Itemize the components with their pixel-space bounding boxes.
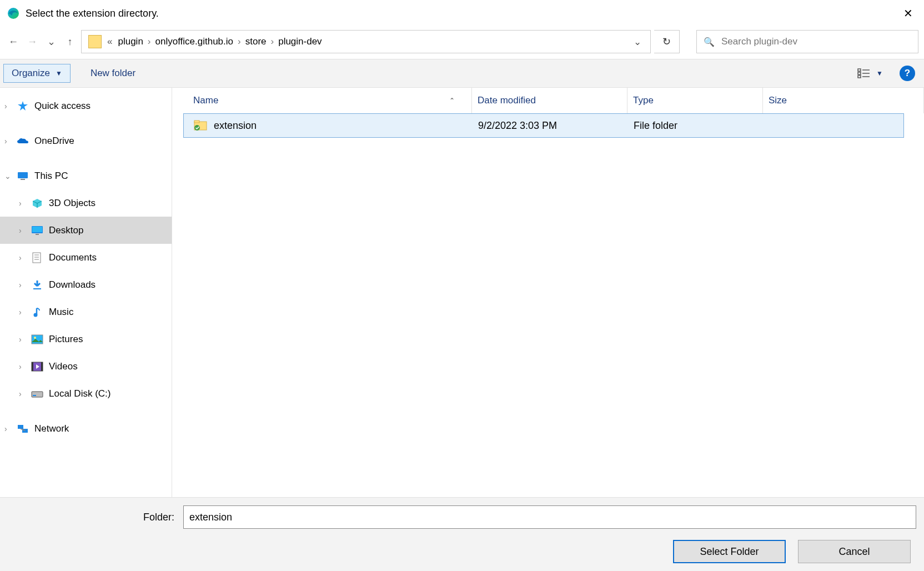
expand-icon[interactable]: › — [4, 102, 14, 111]
search-input[interactable] — [721, 36, 911, 47]
select-folder-button[interactable]: Select Folder — [673, 540, 786, 563]
file-list-panel: Name ⌃ Date modified Type Size extension… — [172, 88, 924, 497]
svg-rect-15 — [33, 253, 41, 263]
sidebar-item-downloads[interactable]: › Downloads — [0, 271, 172, 298]
column-header-name[interactable]: Name ⌃ — [183, 88, 472, 113]
svg-point-20 — [34, 313, 38, 317]
expand-icon[interactable]: › — [19, 281, 29, 289]
sidebar-item-quick-access[interactable]: › Quick access — [0, 92, 172, 119]
cube-icon — [31, 197, 43, 209]
breadcrumb-seg-plugin[interactable]: plugin — [114, 36, 146, 47]
svg-rect-2 — [858, 72, 861, 74]
sidebar-item-3d-objects[interactable]: › 3D Objects — [0, 189, 172, 217]
expand-icon[interactable]: › — [19, 226, 29, 235]
expand-icon[interactable]: › — [19, 389, 29, 398]
file-row[interactable]: extension 9/2/2022 3:03 PM File folder — [183, 113, 904, 138]
chevron-right-icon: › — [147, 36, 152, 47]
column-header-date[interactable]: Date modified — [472, 88, 627, 113]
svg-rect-24 — [32, 362, 33, 371]
music-icon — [31, 306, 43, 318]
view-details-icon — [857, 68, 871, 79]
breadcrumb-seg-onlyoffice[interactable]: onlyoffice.github.io — [152, 36, 237, 47]
folder-input[interactable] — [183, 505, 916, 529]
sidebar-label: Pictures — [49, 334, 83, 345]
column-header-size[interactable]: Size — [763, 88, 924, 113]
collapse-icon[interactable]: ⌄ — [4, 172, 14, 181]
sidebar-item-pictures[interactable]: › Pictures — [0, 325, 172, 353]
sidebar-item-music[interactable]: › Music — [0, 298, 172, 325]
quick-access-icon — [17, 100, 29, 112]
expand-icon[interactable]: › — [19, 253, 29, 262]
downloads-icon — [31, 279, 43, 291]
cancel-button[interactable]: Cancel — [798, 540, 911, 563]
expand-icon[interactable]: › — [4, 137, 14, 146]
sidebar-item-onedrive[interactable]: › OneDrive — [0, 127, 172, 154]
edge-app-icon — [7, 7, 20, 20]
sidebar-label: Desktop — [49, 225, 83, 236]
caret-down-icon: ▼ — [876, 69, 883, 77]
sidebar-label: Network — [34, 423, 69, 434]
folder-icon — [194, 119, 207, 132]
breadcrumb-seg-plugindev[interactable]: plugin-dev — [275, 36, 325, 47]
svg-rect-21 — [32, 335, 43, 344]
svg-rect-19 — [33, 288, 41, 289]
search-box[interactable]: 🔍 — [696, 30, 918, 53]
sidebar-label: Local Disk (C:) — [49, 388, 111, 399]
svg-rect-13 — [32, 227, 42, 232]
expand-icon[interactable]: › — [19, 335, 29, 344]
network-icon — [17, 423, 29, 435]
new-folder-button[interactable]: New folder — [81, 64, 145, 82]
view-options-button[interactable]: ▼ — [852, 64, 888, 82]
expand-icon[interactable]: › — [19, 199, 29, 208]
svg-point-34 — [194, 125, 200, 131]
sidebar-label: Documents — [49, 252, 97, 263]
sidebar-item-documents[interactable]: › Documents — [0, 244, 172, 271]
sidebar-item-videos[interactable]: › Videos — [0, 353, 172, 380]
help-button[interactable]: ? — [900, 66, 915, 81]
expand-icon[interactable]: › — [19, 362, 29, 371]
organize-button[interactable]: Organize ▼ — [3, 64, 71, 83]
breadcrumb-prefix: « — [107, 36, 112, 47]
svg-rect-14 — [36, 234, 39, 235]
search-icon: 🔍 — [704, 37, 715, 47]
desktop-icon — [31, 224, 43, 237]
column-header-type[interactable]: Type — [627, 88, 763, 113]
close-icon[interactable]: ✕ — [899, 2, 917, 24]
title-bar: Select the extension directory. ✕ — [0, 0, 924, 27]
file-name: extension — [214, 120, 257, 132]
documents-icon — [31, 252, 43, 264]
sidebar-label: Downloads — [49, 279, 96, 290]
recent-dropdown-icon[interactable]: ⌄ — [43, 34, 59, 49]
chevron-right-icon: › — [237, 36, 242, 47]
sidebar-item-this-pc[interactable]: ⌄ This PC — [0, 162, 172, 189]
refresh-button[interactable]: ↻ — [654, 30, 680, 53]
dialog-title: Select the extension directory. — [26, 8, 899, 19]
caret-down-icon: ▼ — [56, 69, 62, 77]
organize-label: Organize — [12, 68, 50, 79]
svg-rect-29 — [18, 425, 23, 429]
svg-rect-8 — [18, 172, 28, 178]
breadcrumb-dropdown-icon[interactable]: ⌄ — [628, 36, 647, 48]
pictures-icon — [31, 333, 43, 345]
sidebar: › Quick access › OneDrive ⌄ This PC › — [0, 88, 172, 497]
sidebar-item-local-disk[interactable]: › Local Disk (C:) — [0, 380, 172, 407]
pc-icon — [17, 170, 29, 182]
svg-rect-33 — [194, 121, 199, 123]
breadcrumb-seg-store[interactable]: store — [242, 36, 270, 47]
breadcrumb[interactable]: « plugin › onlyoffice.github.io › store … — [81, 30, 651, 53]
up-button[interactable]: ↑ — [62, 34, 78, 49]
svg-point-22 — [34, 337, 36, 339]
forward-button[interactable]: → — [24, 34, 40, 49]
column-headers: Name ⌃ Date modified Type Size — [172, 88, 924, 113]
expand-icon[interactable]: › — [4, 424, 14, 433]
back-button[interactable]: ← — [6, 34, 21, 49]
sidebar-label: Videos — [49, 361, 78, 372]
onedrive-icon — [17, 135, 29, 147]
nav-row: ← → ⌄ ↑ « plugin › onlyoffice.github.io … — [0, 27, 924, 59]
expand-icon[interactable]: › — [19, 308, 29, 317]
sidebar-item-desktop[interactable]: › Desktop — [0, 217, 172, 244]
sidebar-item-network[interactable]: › Network — [0, 415, 172, 442]
sidebar-label: OneDrive — [34, 136, 74, 147]
videos-icon — [31, 360, 43, 373]
sort-asc-icon: ⌃ — [449, 97, 455, 104]
